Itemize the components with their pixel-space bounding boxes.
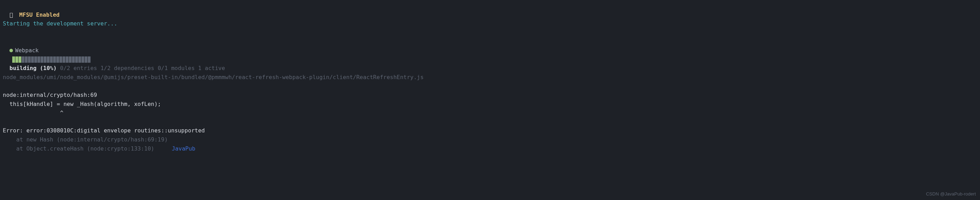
- mfsu-line: MFSU Enabled: [3, 2, 977, 19]
- progress-cell-empty: [81, 57, 84, 63]
- progress-cell-empty: [56, 57, 59, 63]
- blank-line-2: [3, 82, 977, 91]
- node-location-line: node:internal/crypto/hash:69: [3, 91, 977, 100]
- progress-cell-empty: [62, 57, 66, 63]
- progress-cell-empty: [31, 57, 34, 63]
- blank-line-3: [3, 117, 977, 126]
- progress-cell-empty: [69, 57, 72, 63]
- progress-cell-empty: [72, 57, 75, 63]
- stack-trace-line-0: at new Hash (node:internal/crypto/hash:6…: [3, 135, 977, 144]
- progress-cell-empty: [53, 57, 56, 63]
- progress-cell-empty: [59, 57, 62, 63]
- progress-cell-empty: [84, 57, 88, 63]
- building-percent: (10%): [40, 65, 57, 71]
- webpack-label: Webpack: [15, 47, 38, 54]
- node-code-line: this[kHandle] = new _Hash(algorithm, xof…: [3, 100, 977, 109]
- starting-server-line: Starting the development server...: [3, 19, 977, 28]
- progress-cell-empty: [78, 57, 81, 63]
- progress-cell-filled: [15, 57, 19, 63]
- progress-cell-filled: [12, 57, 15, 63]
- webpack-progress-line: Webpack building (10%) 0/2 entries 1/2 d…: [3, 37, 977, 72]
- progress-cell-empty: [34, 57, 37, 63]
- progress-cell-empty: [47, 57, 50, 63]
- status-dot-icon: [10, 49, 13, 52]
- progress-cell-empty: [66, 57, 69, 63]
- building-label: building: [10, 65, 37, 71]
- node-pointer-line: ^: [3, 109, 977, 117]
- progress-cell-empty: [28, 57, 31, 63]
- module-path-line: node_modules/umi/node_modules/@umijs/pre…: [3, 73, 977, 82]
- entries-info: 0/2 entries 1/2 dependencies 0/1 modules…: [60, 65, 225, 71]
- csdn-watermark: CSDN @JavaPub-rodert: [926, 191, 976, 198]
- progress-cell-empty: [41, 57, 44, 63]
- progress-cell-empty: [37, 57, 41, 63]
- progress-cell-empty: [22, 57, 25, 63]
- stack-trace-line-1-wrapper: at Object.createHash (node:crypto:133:10…: [3, 144, 977, 153]
- progress-cell-empty: [50, 57, 53, 63]
- progress-cell-empty: [88, 57, 91, 63]
- progress-cell-empty: [25, 57, 28, 63]
- javapub-watermark: JavaPub: [172, 144, 195, 153]
- mfsu-label: MFSU Enabled: [19, 11, 60, 18]
- stack-trace-line-1: at Object.createHash (node:crypto:133:10…: [3, 145, 154, 152]
- blank-line-1: [3, 28, 977, 37]
- error-message-line: Error: error:0308010C:digital envelope r…: [3, 126, 977, 135]
- progress-bar: [12, 57, 91, 63]
- progress-cell-filled: [19, 57, 22, 63]
- progress-cell-empty: [75, 57, 78, 63]
- progress-cell-empty: [44, 57, 47, 63]
- apple-icon: : [10, 11, 13, 19]
